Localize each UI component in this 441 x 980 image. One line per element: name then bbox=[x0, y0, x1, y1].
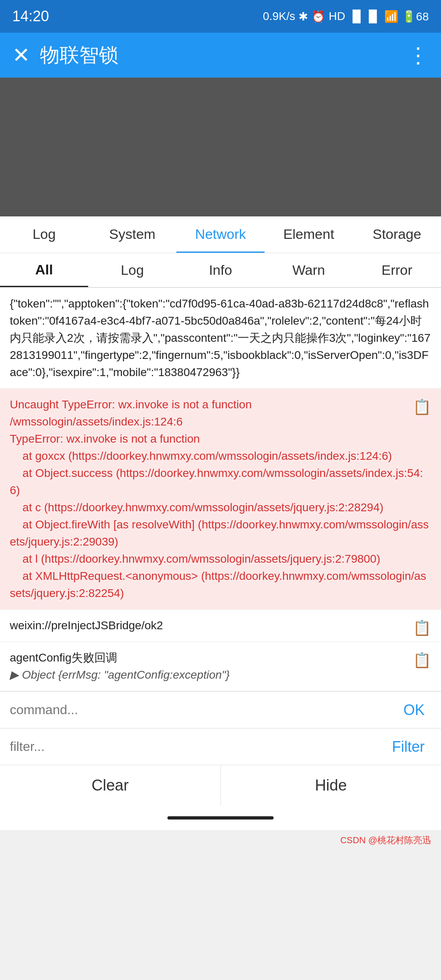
secondary-tab-bar: All Log Info Warn Error bbox=[0, 253, 441, 288]
preview-area bbox=[0, 78, 441, 216]
bottom-bar: Clear Hide bbox=[0, 765, 441, 806]
battery-icon: 🔋68 bbox=[402, 10, 429, 23]
command-row: OK bbox=[0, 691, 441, 728]
filter-button[interactable]: Filter bbox=[385, 738, 431, 755]
tab-storage[interactable]: Storage bbox=[353, 216, 441, 253]
status-bar: 14:20 0.9K/s ✱ ⏰ HD ▐▌▐▌ 📶 🔋68 bbox=[0, 0, 441, 33]
copy-icon-4[interactable]: 📋 bbox=[413, 649, 431, 671]
more-icon[interactable]: ⋮ bbox=[408, 43, 429, 67]
network-speed: 0.9K/s bbox=[263, 10, 295, 23]
home-indicator bbox=[0, 806, 441, 830]
copy-icon-3[interactable]: 📋 bbox=[413, 617, 431, 639]
tab-log[interactable]: Log bbox=[0, 216, 88, 253]
command-input[interactable] bbox=[10, 696, 397, 724]
tab-error[interactable]: Error bbox=[353, 253, 441, 287]
log-entry-2-text: Uncaught TypeError: wx.invoke is not a f… bbox=[10, 398, 429, 599]
filter-row: Filter bbox=[0, 728, 441, 765]
alarm-icon: ⏰ bbox=[311, 10, 325, 23]
hide-button[interactable]: Hide bbox=[221, 765, 441, 806]
signal-icon: ▐▌▐▌ bbox=[348, 10, 381, 23]
log-entry-1: {"token":"","apptoken":{"token":"cd7f0d9… bbox=[0, 288, 441, 389]
filter-input[interactable] bbox=[10, 733, 385, 761]
tab-log-sub[interactable]: Log bbox=[88, 253, 176, 287]
clear-button[interactable]: Clear bbox=[0, 765, 221, 806]
copy-icon-2[interactable]: 📋 bbox=[413, 396, 431, 418]
home-indicator-bar bbox=[167, 816, 274, 820]
bluetooth-icon: ✱ bbox=[298, 10, 308, 23]
tab-warn[interactable]: Warn bbox=[265, 253, 353, 287]
app-title: 物联智锁 bbox=[40, 42, 118, 68]
log-entry-4-sub: ▶ Object {errMsg: "agentConfig:exception… bbox=[10, 668, 229, 681]
status-time: 14:20 bbox=[12, 8, 49, 25]
ok-button[interactable]: OK bbox=[397, 702, 431, 719]
hd-icon: HD bbox=[329, 10, 345, 23]
tab-network[interactable]: Network bbox=[176, 216, 265, 253]
primary-tab-bar: Log System Network Element Storage bbox=[0, 216, 441, 253]
wifi-icon: 📶 bbox=[384, 10, 399, 23]
status-icons: 0.9K/s ✱ ⏰ HD ▐▌▐▌ 📶 🔋68 bbox=[263, 10, 429, 23]
close-icon[interactable]: ✕ bbox=[12, 43, 30, 67]
app-bar-left: ✕ 物联智锁 bbox=[12, 42, 118, 68]
tab-info[interactable]: Info bbox=[176, 253, 265, 287]
log-entry-3-text: weixin://preInjectJSBridge/ok2 bbox=[10, 619, 163, 632]
tab-all[interactable]: All bbox=[0, 253, 88, 287]
tab-system[interactable]: System bbox=[88, 216, 176, 253]
log-entry-1-text: {"token":"","apptoken":{"token":"cd7f0d9… bbox=[10, 297, 430, 379]
log-entry-2: 📋 Uncaught TypeError: wx.invoke is not a… bbox=[0, 389, 441, 610]
tab-element[interactable]: Element bbox=[265, 216, 353, 253]
watermark-text: CSDN @桃花村陈亮迅 bbox=[340, 834, 431, 846]
log-entry-4-main: agentConfig失败回调 bbox=[10, 651, 117, 664]
log-entry-3: 📋 weixin://preInjectJSBridge/ok2 bbox=[0, 610, 441, 642]
app-bar: ✕ 物联智锁 ⋮ bbox=[0, 33, 441, 78]
log-content: {"token":"","apptoken":{"token":"cd7f0d9… bbox=[0, 288, 441, 691]
watermark: CSDN @桃花村陈亮迅 bbox=[0, 830, 441, 851]
log-entry-4: 📋 agentConfig失败回调 ▶ Object {errMsg: "age… bbox=[0, 642, 441, 691]
